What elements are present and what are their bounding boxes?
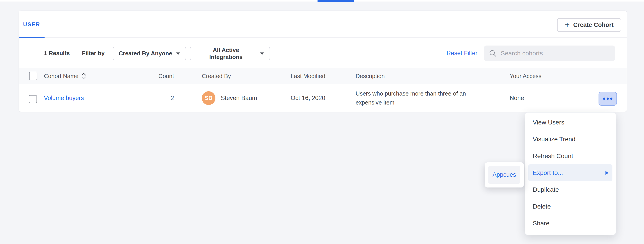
description-cell: Users who purchase more than three of an… (356, 84, 486, 112)
your-access-cell: None (510, 84, 524, 112)
integrations-dropdown[interactable]: All Active Integrations (190, 47, 270, 60)
table-header: Cohort Name Count Created By Last Modifi… (19, 68, 627, 84)
menu-item-delete[interactable]: Delete (525, 198, 616, 215)
tab-user-label: USER (23, 21, 40, 28)
tab-bar: USER + Create Cohort (19, 11, 627, 38)
column-header-last-modified: Last Modified (291, 68, 325, 84)
last-modified-cell: Oct 16, 2020 (291, 84, 325, 112)
column-header-created-by: Created By (202, 68, 231, 84)
divider (76, 48, 76, 58)
created-by-dropdown[interactable]: Created By Anyone (113, 47, 186, 60)
search-icon (489, 50, 497, 57)
menu-item-export-to[interactable]: Export to... (528, 164, 612, 181)
menu-item-duplicate[interactable]: Duplicate (525, 181, 616, 198)
export-submenu: Appcues (485, 162, 524, 187)
submenu-arrow-icon (606, 171, 608, 175)
created-by-name: Steven Baum (221, 95, 257, 102)
context-menu: View Users Visualize Trend Refresh Count… (525, 112, 616, 235)
created-by-cell: SB Steven Baum (202, 84, 257, 112)
menu-item-view-users[interactable]: View Users (525, 114, 616, 131)
created-by-dropdown-label: Created By Anyone (119, 50, 172, 57)
tab-user[interactable]: USER (19, 11, 44, 38)
filter-row: 1 Results Filter by Created By Anyone Al… (19, 38, 627, 68)
search-input[interactable] (501, 50, 610, 57)
column-header-cohort-name[interactable]: Cohort Name (44, 68, 86, 84)
create-cohort-button[interactable]: + Create Cohort (557, 18, 621, 32)
column-header-description: Description (356, 68, 385, 84)
more-options-icon (610, 98, 612, 100)
select-all-checkbox[interactable] (29, 72, 38, 80)
filter-by-label: Filter by (82, 38, 104, 68)
avatar: SB (202, 91, 216, 105)
top-nav-strip (0, 0, 644, 2)
menu-item-refresh-count[interactable]: Refresh Count (525, 148, 616, 164)
reset-filter-link[interactable]: Reset Filter (446, 38, 478, 68)
column-header-count: Count (140, 68, 174, 84)
active-nav-tab-indicator (318, 0, 354, 2)
results-count: 1 Results (44, 38, 70, 68)
caret-down-icon (260, 53, 264, 55)
table-row: Volume buyers 2 SB Steven Baum Oct 16, 2… (19, 84, 627, 112)
cohorts-card: USER + Create Cohort 1 Results Filter by… (18, 11, 627, 112)
more-options-icon (603, 98, 605, 100)
caret-down-icon (176, 53, 180, 55)
plus-icon: + (565, 21, 570, 29)
search-box[interactable] (484, 46, 615, 61)
column-header-your-access: Your Access (510, 68, 542, 84)
create-cohort-label: Create Cohort (573, 22, 614, 29)
menu-item-visualize-trend[interactable]: Visualize Trend (525, 131, 616, 148)
cohort-name-link[interactable]: Volume buyers (44, 84, 84, 112)
more-options-button[interactable] (598, 92, 617, 106)
more-options-icon (606, 98, 609, 100)
cohort-count: 2 (140, 84, 174, 112)
sort-icon[interactable] (81, 72, 86, 80)
cohort-name-header-label: Cohort Name (44, 73, 78, 80)
menu-item-export-to-label: Export to... (533, 169, 563, 176)
menu-item-share[interactable]: Share (525, 215, 616, 232)
submenu-item-appcues[interactable]: Appcues (488, 166, 520, 184)
row-checkbox[interactable] (29, 95, 37, 103)
integrations-dropdown-label: All Active Integrations (196, 47, 256, 61)
